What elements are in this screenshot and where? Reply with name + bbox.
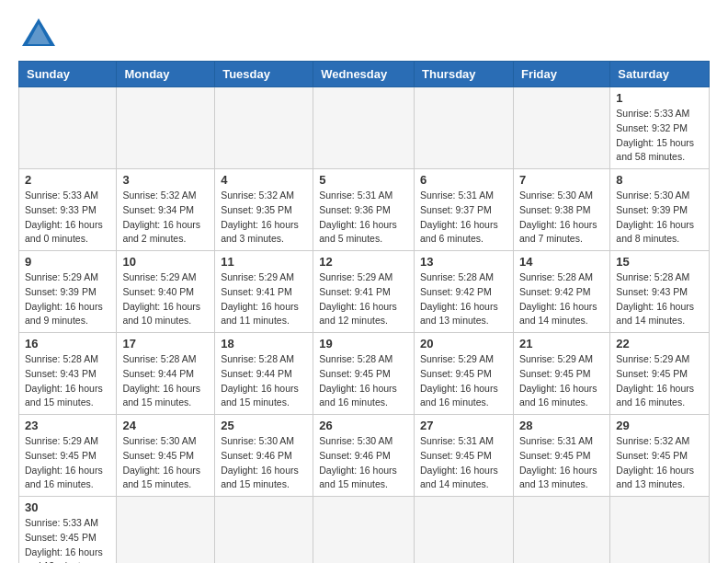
day-info: Sunrise: 5:28 AMSunset: 9:42 PMDaylight:… — [420, 270, 507, 328]
day-number: 24 — [122, 419, 209, 432]
calendar-cell — [313, 497, 415, 564]
day-info: Sunrise: 5:33 AMSunset: 9:45 PMDaylight:… — [25, 516, 110, 563]
day-number: 10 — [122, 255, 209, 269]
day-number: 29 — [616, 419, 703, 432]
day-number: 9 — [25, 255, 110, 269]
weekday-header-thursday: Thursday — [415, 62, 514, 87]
calendar-cell: 28Sunrise: 5:31 AMSunset: 9:45 PMDayligh… — [513, 415, 609, 497]
week-row-4: 23Sunrise: 5:29 AMSunset: 9:45 PMDayligh… — [19, 415, 710, 497]
week-row-1: 2Sunrise: 5:33 AMSunset: 9:33 PMDaylight… — [19, 169, 710, 251]
calendar-cell: 10Sunrise: 5:29 AMSunset: 9:40 PMDayligh… — [117, 251, 215, 333]
calendar-cell: 1Sunrise: 5:33 AMSunset: 9:32 PMDaylight… — [610, 87, 710, 169]
weekday-header-row: SundayMondayTuesdayWednesdayThursdayFrid… — [19, 62, 710, 87]
calendar-cell: 18Sunrise: 5:28 AMSunset: 9:44 PMDayligh… — [215, 333, 313, 415]
calendar-cell: 15Sunrise: 5:28 AMSunset: 9:43 PMDayligh… — [610, 251, 710, 333]
day-info: Sunrise: 5:31 AMSunset: 9:45 PMDaylight:… — [420, 434, 507, 492]
calendar-cell — [610, 497, 710, 564]
calendar-cell — [513, 87, 609, 169]
day-info: Sunrise: 5:29 AMSunset: 9:45 PMDaylight:… — [25, 434, 110, 492]
day-number: 20 — [420, 337, 507, 350]
day-number: 11 — [221, 255, 307, 269]
day-info: Sunrise: 5:30 AMSunset: 9:45 PMDaylight:… — [122, 434, 209, 492]
day-number: 21 — [519, 337, 604, 350]
calendar-cell: 26Sunrise: 5:30 AMSunset: 9:46 PMDayligh… — [313, 415, 415, 497]
calendar-cell: 13Sunrise: 5:28 AMSunset: 9:42 PMDayligh… — [415, 251, 514, 333]
day-number: 26 — [319, 419, 408, 432]
day-number: 8 — [616, 173, 703, 187]
header — [18, 18, 710, 46]
weekday-header-tuesday: Tuesday — [215, 62, 313, 87]
day-info: Sunrise: 5:28 AMSunset: 9:44 PMDaylight:… — [122, 352, 209, 410]
calendar-cell: 12Sunrise: 5:29 AMSunset: 9:41 PMDayligh… — [313, 251, 415, 333]
calendar-cell — [313, 87, 415, 169]
day-number: 1 — [616, 91, 703, 105]
day-info: Sunrise: 5:28 AMSunset: 9:43 PMDaylight:… — [25, 352, 110, 410]
calendar-cell: 3Sunrise: 5:32 AMSunset: 9:34 PMDaylight… — [117, 169, 215, 251]
day-info: Sunrise: 5:28 AMSunset: 9:43 PMDaylight:… — [616, 270, 703, 328]
calendar-cell: 27Sunrise: 5:31 AMSunset: 9:45 PMDayligh… — [415, 415, 514, 497]
day-info: Sunrise: 5:31 AMSunset: 9:37 PMDaylight:… — [420, 189, 507, 247]
day-info: Sunrise: 5:28 AMSunset: 9:44 PMDaylight:… — [221, 352, 307, 410]
calendar-cell: 5Sunrise: 5:31 AMSunset: 9:36 PMDaylight… — [313, 169, 415, 251]
day-info: Sunrise: 5:33 AMSunset: 9:33 PMDaylight:… — [25, 189, 110, 247]
day-number: 16 — [25, 337, 110, 350]
day-number: 15 — [616, 255, 703, 269]
calendar-cell: 21Sunrise: 5:29 AMSunset: 9:45 PMDayligh… — [513, 333, 609, 415]
calendar-cell — [117, 87, 215, 169]
day-info: Sunrise: 5:31 AMSunset: 9:45 PMDaylight:… — [519, 434, 604, 492]
week-row-0: 1Sunrise: 5:33 AMSunset: 9:32 PMDaylight… — [19, 87, 710, 169]
calendar-cell — [513, 497, 609, 564]
day-info: Sunrise: 5:33 AMSunset: 9:32 PMDaylight:… — [616, 107, 703, 165]
day-info: Sunrise: 5:30 AMSunset: 9:39 PMDaylight:… — [616, 189, 703, 247]
day-number: 27 — [420, 419, 507, 432]
day-number: 18 — [221, 337, 307, 350]
day-info: Sunrise: 5:31 AMSunset: 9:36 PMDaylight:… — [319, 189, 408, 247]
calendar-cell: 14Sunrise: 5:28 AMSunset: 9:42 PMDayligh… — [513, 251, 609, 333]
day-info: Sunrise: 5:29 AMSunset: 9:45 PMDaylight:… — [420, 352, 507, 410]
day-number: 19 — [319, 337, 408, 350]
calendar-cell: 22Sunrise: 5:29 AMSunset: 9:45 PMDayligh… — [610, 333, 710, 415]
calendar-cell — [415, 87, 514, 169]
day-info: Sunrise: 5:29 AMSunset: 9:39 PMDaylight:… — [25, 270, 110, 328]
calendar-cell: 8Sunrise: 5:30 AMSunset: 9:39 PMDaylight… — [610, 169, 710, 251]
calendar-cell: 23Sunrise: 5:29 AMSunset: 9:45 PMDayligh… — [19, 415, 117, 497]
calendar-cell: 6Sunrise: 5:31 AMSunset: 9:37 PMDaylight… — [415, 169, 514, 251]
day-info: Sunrise: 5:32 AMSunset: 9:34 PMDaylight:… — [122, 189, 209, 247]
day-info: Sunrise: 5:29 AMSunset: 9:45 PMDaylight:… — [519, 352, 604, 410]
day-number: 7 — [519, 173, 604, 187]
day-number: 30 — [25, 500, 110, 514]
day-number: 22 — [616, 337, 703, 350]
weekday-header-sunday: Sunday — [19, 62, 117, 87]
week-row-5: 30Sunrise: 5:33 AMSunset: 9:45 PMDayligh… — [19, 497, 710, 564]
calendar-table: SundayMondayTuesdayWednesdayThursdayFrid… — [18, 61, 710, 563]
calendar-cell — [415, 497, 514, 564]
day-info: Sunrise: 5:30 AMSunset: 9:46 PMDaylight:… — [221, 434, 307, 492]
calendar-cell — [215, 87, 313, 169]
day-info: Sunrise: 5:28 AMSunset: 9:45 PMDaylight:… — [319, 352, 408, 410]
day-info: Sunrise: 5:30 AMSunset: 9:38 PMDaylight:… — [519, 189, 604, 247]
logo-icon — [22, 18, 55, 46]
day-info: Sunrise: 5:29 AMSunset: 9:41 PMDaylight:… — [319, 270, 408, 328]
weekday-header-wednesday: Wednesday — [313, 62, 415, 87]
day-number: 14 — [519, 255, 604, 269]
calendar-cell: 7Sunrise: 5:30 AMSunset: 9:38 PMDaylight… — [513, 169, 609, 251]
day-info: Sunrise: 5:29 AMSunset: 9:41 PMDaylight:… — [221, 270, 307, 328]
day-number: 25 — [221, 419, 307, 432]
week-row-2: 9Sunrise: 5:29 AMSunset: 9:39 PMDaylight… — [19, 251, 710, 333]
day-info: Sunrise: 5:30 AMSunset: 9:46 PMDaylight:… — [319, 434, 408, 492]
day-number: 2 — [25, 173, 110, 187]
day-number: 12 — [319, 255, 408, 269]
weekday-header-friday: Friday — [513, 62, 609, 87]
day-info: Sunrise: 5:29 AMSunset: 9:40 PMDaylight:… — [122, 270, 209, 328]
calendar-cell: 20Sunrise: 5:29 AMSunset: 9:45 PMDayligh… — [415, 333, 514, 415]
calendar-cell: 2Sunrise: 5:33 AMSunset: 9:33 PMDaylight… — [19, 169, 117, 251]
day-number: 13 — [420, 255, 507, 269]
logo — [18, 18, 55, 46]
calendar-cell: 19Sunrise: 5:28 AMSunset: 9:45 PMDayligh… — [313, 333, 415, 415]
day-number: 4 — [221, 173, 307, 187]
calendar-cell: 24Sunrise: 5:30 AMSunset: 9:45 PMDayligh… — [117, 415, 215, 497]
calendar-cell — [215, 497, 313, 564]
day-number: 17 — [122, 337, 209, 350]
calendar-cell: 30Sunrise: 5:33 AMSunset: 9:45 PMDayligh… — [19, 497, 117, 564]
day-number: 3 — [122, 173, 209, 187]
